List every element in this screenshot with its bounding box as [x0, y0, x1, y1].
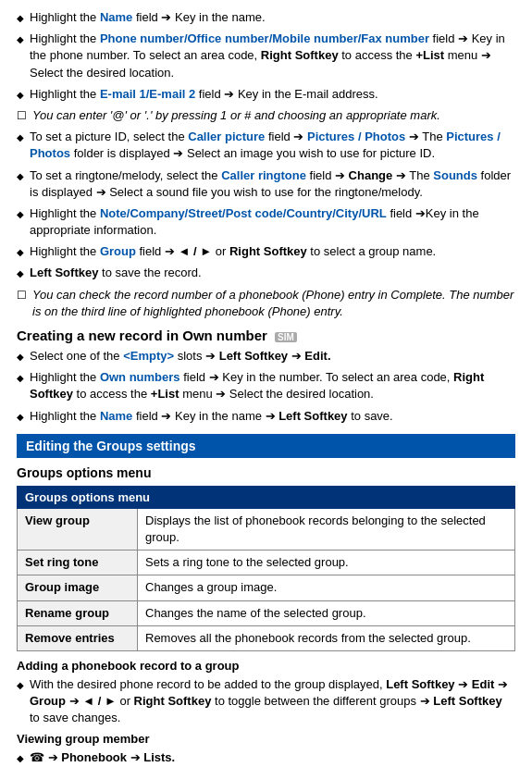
editing-section-header: Editing the Groups settings	[17, 434, 515, 458]
field-name: Group	[100, 244, 136, 258]
viewing-title: Viewing group member	[17, 732, 515, 746]
field-name: Name	[100, 10, 132, 24]
list-item: ◆ Highlight the Own numbers field ➔ Key …	[17, 369, 515, 402]
bullet-icon: ◆	[17, 411, 24, 424]
groups-options-title: Groups options menu	[17, 465, 515, 480]
table-row: Remove entries Removes all the phonebook…	[18, 625, 515, 650]
field-name: Note/Company/Street/Post code/Country/Ci…	[100, 206, 387, 220]
bullet-icon: ◆	[17, 246, 24, 259]
table-header: Groups options menu	[18, 486, 515, 508]
bullet-icon: ◆	[17, 351, 24, 364]
bullet-icon: ◆	[17, 208, 24, 221]
list-item: ◆ Highlight the Name field ➔ Key in the …	[17, 9, 515, 26]
table-cell-option: Set ring tone	[18, 551, 138, 575]
list-item: ◆ Highlight the Phone number/Office numb…	[17, 31, 515, 81]
list-item: ◆ Left Softkey to save the record.	[17, 265, 515, 281]
bullet-icon: ◆	[17, 752, 24, 765]
table-cell-description: Removes all the phonebook records from t…	[138, 625, 515, 650]
adding-section: Adding a phonebook record to a group ◆ W…	[17, 659, 515, 727]
table-cell-option: Rename group	[18, 600, 138, 625]
list-item: ◆ To set a ringtone/melody, select the C…	[17, 167, 515, 201]
table-row: View group Displays the list of phoneboo…	[18, 508, 515, 550]
list-item: ◆ Highlight the Group field ➔ ◄ / ► or R…	[17, 243, 515, 260]
creating-bullet-list: ◆ Select one of the <Empty> slots ➔ Left…	[17, 348, 515, 425]
bullet-icon: ◆	[17, 89, 24, 102]
field-name: Caller ringtone	[221, 168, 306, 182]
field-name: Own numbers	[100, 370, 180, 384]
table-row: Rename group Changes the name of the sel…	[18, 600, 515, 625]
list-item: ◆ Highlight the Name field ➔ Key in the …	[17, 408, 515, 425]
bullet-icon: ◆	[17, 372, 24, 385]
groups-options-table: Groups options menu View group Displays …	[17, 486, 515, 651]
table-cell-description: Changes the name of the selected group.	[138, 600, 515, 625]
list-item: ◆ With the desired phone record to be ad…	[17, 676, 515, 727]
list-item: ◆ Select one of the <Empty> slots ➔ Left…	[17, 348, 515, 365]
field-name: Phone number/Office number/Mobile number…	[100, 31, 429, 45]
viewing-section: Viewing group member ◆ ☎ ➔ Phonebook ➔ L…	[17, 732, 515, 766]
list-item: ◆ Highlight the Note/Company/Street/Post…	[17, 205, 515, 239]
bullet-icon: ◆	[17, 170, 24, 183]
bullet-icon: ◆	[17, 33, 24, 46]
field-name: Caller picture	[188, 130, 265, 143]
field-name: Pictures / Photos	[30, 130, 501, 160]
table-cell-description: Changes a group image.	[138, 575, 515, 600]
table-cell-description: Sets a ring tone to the selected group.	[138, 551, 515, 575]
note-icon: ☐	[17, 108, 27, 124]
list-item: ◆ To set a picture ID, select the Caller…	[17, 129, 515, 162]
field-name: <Empty>	[123, 349, 174, 363]
field-name: Pictures / Photos	[307, 130, 405, 143]
table-row: Set ring tone Sets a ring tone to the se…	[18, 551, 515, 575]
note-text: You can enter '@' or '.' by pressing 1 o…	[32, 107, 440, 124]
adding-title: Adding a phonebook record to a group	[17, 659, 515, 673]
bullet-icon: ◆	[17, 679, 24, 692]
bullet-icon: ◆	[17, 131, 24, 144]
bullet-icon: ◆	[17, 12, 24, 25]
note-item: ☐ You can check the record number of a p…	[17, 287, 515, 320]
note-item: ☐ You can enter '@' or '.' by pressing 1…	[17, 107, 515, 124]
creating-section-header: Creating a new record in Own number SIM	[17, 328, 515, 343]
note-icon: ☐	[17, 288, 27, 303]
table-cell-option: View group	[18, 508, 138, 550]
bullet-icon: ◆	[17, 267, 24, 280]
table-cell-description: Displays the list of phonebook records b…	[138, 508, 515, 550]
field-name: Sounds	[433, 168, 477, 182]
table-cell-option: Remove entries	[18, 625, 138, 650]
table-row: Group image Changes a group image.	[18, 575, 515, 600]
table-cell-option: Group image	[18, 575, 138, 600]
main-bullet-list: ◆ Highlight the Name field ➔ Key in the …	[17, 9, 515, 320]
list-item: ◆ Highlight the E-mail 1/E-mail 2 field …	[17, 86, 515, 103]
list-item: ◆ ☎ ➔ Phonebook ➔ Lists.	[17, 749, 515, 766]
field-name: E-mail 1/E-mail 2	[100, 87, 195, 101]
field-name: Name	[100, 409, 132, 423]
sim-badge: SIM	[275, 332, 297, 342]
note-text: You can check the record number of a pho…	[32, 287, 515, 320]
